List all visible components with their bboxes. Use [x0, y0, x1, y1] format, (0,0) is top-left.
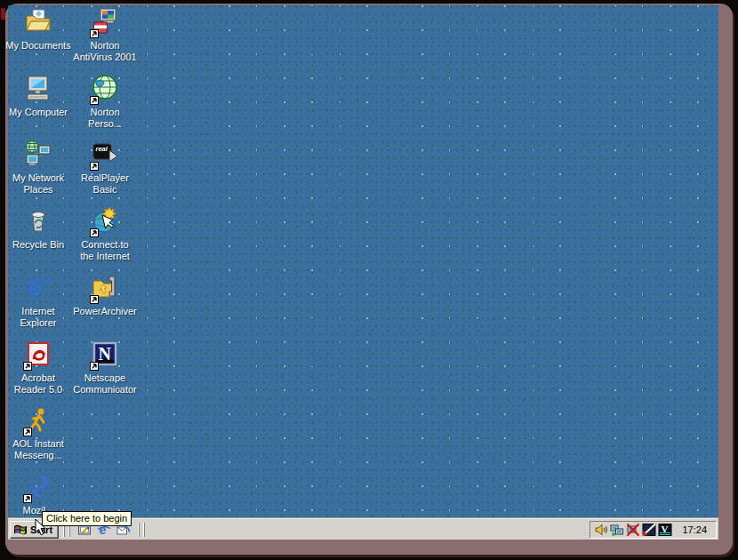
tray-v-shield-icon[interactable]	[657, 523, 672, 537]
shortcut-arrow-icon	[90, 295, 99, 304]
tray-network-icon[interactable]	[609, 523, 624, 537]
internet-explorer-icon[interactable]	[23, 273, 53, 305]
desktop-icon-label: My Computer	[9, 107, 68, 118]
desktop-icon-connect-to-the-internet[interactable]: Connect to the Internet	[69, 206, 140, 262]
realplayer-basic-icon[interactable]	[90, 140, 120, 172]
mouse-cursor	[35, 518, 47, 537]
desktop-icon-realplayer-basic[interactable]: RealPlayer Basic	[69, 140, 140, 196]
desktop-icon-label: Connect to the Internet	[80, 239, 130, 262]
toolbar-drag-handle[interactable]	[143, 523, 145, 537]
netscape-communicator-icon[interactable]	[90, 340, 120, 372]
desktop-icon-norton-personal[interactable]: Norton Perso...	[69, 74, 140, 130]
desktop-icon-my-network-places[interactable]: My Network Places	[3, 140, 74, 196]
norton-antivirus-2001-icon[interactable]	[90, 7, 120, 39]
acrobat-reader-50-icon[interactable]	[23, 340, 53, 372]
shortcut-arrow-icon	[90, 29, 99, 38]
screen: My DocumentsMy ComputerMy Network Places…	[0, 0, 738, 560]
desktop[interactable]: My DocumentsMy ComputerMy Network Places…	[8, 5, 718, 540]
my-network-places-icon[interactable]	[23, 140, 53, 172]
desktop-icon-label: Internet Explorer	[20, 306, 57, 329]
desktop-icon-my-computer[interactable]: My Computer	[3, 74, 74, 118]
tray-icons	[593, 523, 672, 537]
powerarchiver-icon[interactable]	[90, 273, 120, 305]
desktop-icon-label: Recycle Bin	[12, 239, 64, 251]
start-button-tooltip: Click here to begin	[42, 511, 132, 526]
desktop-icon-label: Acrobat Reader 5.0	[14, 372, 62, 396]
tray-volume-icon[interactable]	[593, 523, 608, 537]
shortcut-arrow-icon	[23, 362, 32, 371]
shortcut-arrow-icon	[90, 362, 99, 371]
recycle-bin-icon[interactable]	[23, 206, 53, 238]
system-tray[interactable]: 17:24	[590, 521, 717, 539]
shortcut-arrow-icon	[90, 96, 99, 105]
tray-network-disconnected-icon[interactable]	[625, 523, 640, 537]
toolbar-drag-handle[interactable]	[138, 523, 140, 537]
desktop-icon-label: AOL Instant Messeng...	[12, 438, 64, 461]
desktop-icon-label: Norton Perso...	[88, 107, 122, 130]
mozilla-icon[interactable]	[23, 472, 53, 504]
shortcut-arrow-icon	[90, 228, 99, 237]
desktop-icon-label: RealPlayer Basic	[81, 172, 129, 196]
desktop-icon-acrobat-reader-50[interactable]: Acrobat Reader 5.0	[3, 340, 74, 396]
desktop-icon-label: PowerArchiver	[73, 306, 137, 317]
shortcut-arrow-icon	[23, 428, 32, 436]
connect-to-the-internet-icon[interactable]	[90, 206, 120, 238]
desktop-icon-label: Norton AntiVirus 2001	[73, 40, 136, 63]
desktop-icon-mozilla[interactable]: Mozil...	[3, 472, 74, 516]
desktop-icon-label: My Documents	[5, 40, 70, 52]
desktop-icon-internet-explorer[interactable]: Internet Explorer	[3, 273, 74, 329]
desktop-icon-recycle-bin[interactable]: Recycle Bin	[3, 206, 74, 251]
desktop-icon-powerarchiver[interactable]: PowerArchiver	[69, 273, 140, 317]
desktop-icon-aol-instant-messenger[interactable]: AOL Instant Messeng...	[3, 405, 74, 461]
windows-flag-icon	[13, 524, 28, 536]
my-computer-icon[interactable]	[23, 74, 53, 106]
desktop-icon-norton-antivirus-2001[interactable]: Norton AntiVirus 2001	[69, 7, 140, 63]
desktop-icon-netscape-communicator[interactable]: Netscape Communicator	[69, 340, 140, 396]
taskbar-clock[interactable]: 17:24	[673, 524, 713, 535]
norton-personal-icon[interactable]	[90, 74, 120, 106]
desktop-icon-my-documents[interactable]: My Documents	[3, 7, 74, 52]
shortcut-arrow-icon	[90, 162, 99, 171]
desktop-icon-label: Netscape Communicator	[73, 372, 137, 396]
tray-norton-antivirus-tray-icon[interactable]	[641, 523, 656, 537]
aol-instant-messenger-icon[interactable]	[23, 405, 53, 437]
my-documents-icon[interactable]	[23, 7, 53, 39]
shortcut-arrow-icon	[23, 494, 32, 503]
desktop-icon-label: My Network Places	[12, 172, 64, 196]
